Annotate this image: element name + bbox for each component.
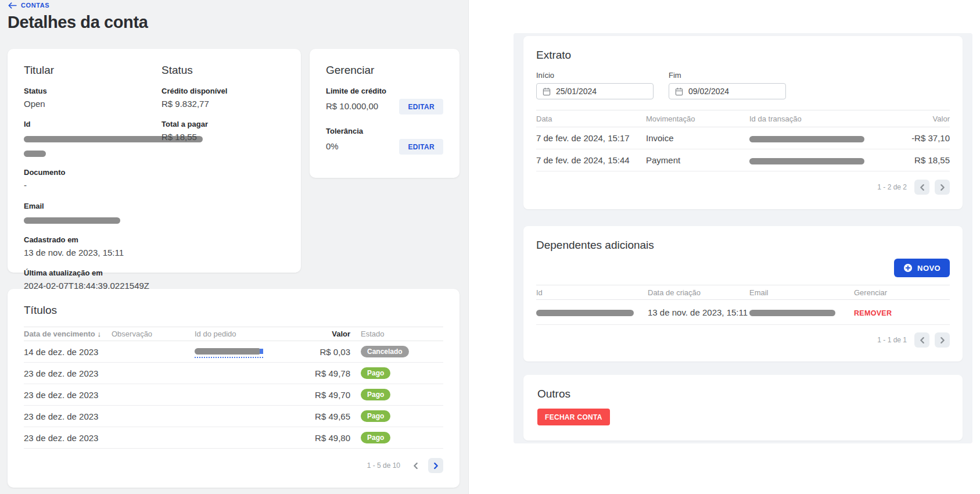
status-badge: Pago xyxy=(361,432,390,443)
table-row: 13 de nov. de 2023, 15:11 REMOVER xyxy=(536,300,950,325)
status-badge: Pago xyxy=(361,389,390,400)
novo-button-label: NOVO xyxy=(917,264,940,273)
due-date: 23 de dez. de 2023 xyxy=(24,390,112,400)
titulos-pagination: 1 - 5 de 10 xyxy=(24,458,443,473)
movement-type: Payment xyxy=(646,155,749,165)
status-value: Open xyxy=(24,98,161,110)
fechar-conta-button[interactable]: FECHAR CONTA xyxy=(537,409,610,425)
next-page-button[interactable] xyxy=(935,180,950,195)
column-header-email: Email xyxy=(749,288,854,297)
editar-limite-button[interactable]: EDITAR xyxy=(399,99,443,114)
chevron-right-icon xyxy=(939,337,946,343)
total-pagar-label: Total a pagar xyxy=(161,120,285,128)
status-label: Status xyxy=(24,87,161,95)
table-row: 14 de dez. de 2023 R$ 0,03 Cancelado xyxy=(24,341,443,363)
end-date-input[interactable]: 09/02/2024 xyxy=(669,83,786,99)
column-header-gerenciar: Gerenciar xyxy=(854,288,950,297)
editar-tolerancia-button[interactable]: EDITAR xyxy=(399,139,443,155)
chevron-right-icon xyxy=(939,184,946,191)
chevron-right-icon xyxy=(433,463,439,469)
total-pagar-value: R$ 18,55 xyxy=(161,131,285,143)
transaction-date: 7 de fev. de 2024, 15:44 xyxy=(536,155,646,165)
next-page-button[interactable] xyxy=(935,332,950,348)
cadastrado-label: Cadastrado em xyxy=(24,235,161,244)
column-header-id-pedido: Id do pedido xyxy=(195,330,295,338)
pagination-range: 1 - 2 de 2 xyxy=(877,183,907,191)
previous-page-button[interactable] xyxy=(914,180,929,195)
transaction-date: 7 de fev. de 2024, 15:17 xyxy=(536,133,646,143)
redacted-dependent-email xyxy=(749,310,835,316)
redacted-dependent-id xyxy=(536,310,634,316)
extrato-pagination: 1 - 2 de 2 xyxy=(536,180,950,195)
breadcrumb-back-link[interactable]: CONTAS xyxy=(8,2,49,9)
documento-value: - xyxy=(24,180,161,191)
valor: R$ 49,70 xyxy=(295,390,350,400)
column-header-estado: Estado xyxy=(361,330,443,338)
end-date-value: 09/02/2024 xyxy=(688,87,729,96)
breadcrumb-label[interactable]: CONTAS xyxy=(21,2,49,9)
status-badge: Pago xyxy=(361,367,390,379)
atualizacao-label: Última atualização em xyxy=(24,269,161,277)
column-header-data-criacao: Data de criação xyxy=(648,288,749,297)
column-header-data-vencimento[interactable]: Data de vencimento ↓ xyxy=(24,330,112,338)
titular-heading: Titular xyxy=(24,64,161,77)
tolerancia-label: Tolerância xyxy=(326,127,443,135)
redacted-transaction-id xyxy=(749,158,864,164)
table-row: 7 de fev. de 2024, 15:44 Payment R$ 18,5… xyxy=(536,149,950,171)
dependentes-card: Dependentes adicionais NOVO Id Data de c… xyxy=(523,226,963,361)
credito-value: R$ 9.832,77 xyxy=(161,98,285,110)
table-row: 23 de dez. de 2023 R$ 49,78 Pago xyxy=(24,363,443,384)
gerenciar-card: Gerenciar Limite de crédito R$ 10.000,00… xyxy=(310,49,460,178)
column-header-movimentacao: Movimentação xyxy=(646,114,749,123)
titulos-card: Títulos Data de vencimento ↓ Observação … xyxy=(8,289,460,488)
back-arrow-icon xyxy=(8,2,17,9)
valor: -R$ 37,10 xyxy=(886,133,950,143)
credito-label: Crédito disponível xyxy=(161,87,285,95)
redacted-email xyxy=(24,217,120,224)
table-row: 7 de fev. de 2024, 15:17 Invoice -R$ 37,… xyxy=(536,127,950,149)
extrato-table-header: Data Movimentação Id da transação Valor xyxy=(536,110,950,127)
chevron-left-icon xyxy=(919,184,925,191)
page-divider xyxy=(468,0,469,494)
titulos-heading: Títulos xyxy=(24,304,443,317)
valor: R$ 0,03 xyxy=(295,347,350,357)
valor: R$ 49,80 xyxy=(295,433,350,443)
novo-button[interactable]: NOVO xyxy=(894,259,950,277)
cadastrado-value: 13 de nov. de 2023, 15:11 xyxy=(24,247,161,259)
gerenciar-heading: Gerenciar xyxy=(326,64,443,77)
previous-page-button[interactable] xyxy=(408,458,423,473)
titulos-table-header: Data de vencimento ↓ Observação Id do pe… xyxy=(24,327,443,341)
calendar-icon xyxy=(675,87,683,96)
remover-button[interactable]: REMOVER xyxy=(854,309,892,317)
column-header-valor: Valor xyxy=(886,114,950,123)
calendar-icon xyxy=(543,87,551,96)
email-label: Email xyxy=(24,202,161,210)
column-header-valor: Valor xyxy=(295,330,350,338)
titular-status-card: Titular Status Open Id Documento - Email… xyxy=(8,49,301,273)
table-row: 23 de dez. de 2023 R$ 49,65 Pago xyxy=(24,406,443,427)
page-title: Detalhes da conta xyxy=(8,13,148,32)
start-date-input[interactable]: 25/01/2024 xyxy=(536,83,654,99)
column-header-observacao: Observação xyxy=(112,330,195,338)
plus-circle-icon xyxy=(903,263,913,273)
pagination-range: 1 - 1 de 1 xyxy=(877,336,907,344)
valor: R$ 49,65 xyxy=(295,411,350,421)
table-row: 23 de dez. de 2023 R$ 49,70 Pago xyxy=(24,384,443,406)
redacted-transaction-id xyxy=(749,136,864,142)
id-label: Id xyxy=(24,120,161,128)
outros-heading: Outros xyxy=(537,388,949,400)
column-header-id-transacao: Id da transação xyxy=(749,114,886,123)
previous-page-button[interactable] xyxy=(914,332,929,348)
next-page-button[interactable] xyxy=(428,458,443,473)
redacted-account-id-tail xyxy=(24,151,46,157)
fim-label: Fim xyxy=(669,71,786,80)
creation-date: 13 de nov. de 2023, 15:11 xyxy=(648,307,749,317)
pagination-range: 1 - 5 de 10 xyxy=(367,461,400,470)
movement-type: Invoice xyxy=(646,133,749,143)
status-badge: Cancelado xyxy=(361,346,409,357)
limite-credito-value: R$ 10.000,00 xyxy=(326,101,378,112)
due-date: 23 de dez. de 2023 xyxy=(24,368,112,378)
dependentes-pagination: 1 - 1 de 1 xyxy=(536,332,950,348)
due-date: 23 de dez. de 2023 xyxy=(24,411,112,421)
redacted-order-id-link[interactable] xyxy=(195,346,263,358)
